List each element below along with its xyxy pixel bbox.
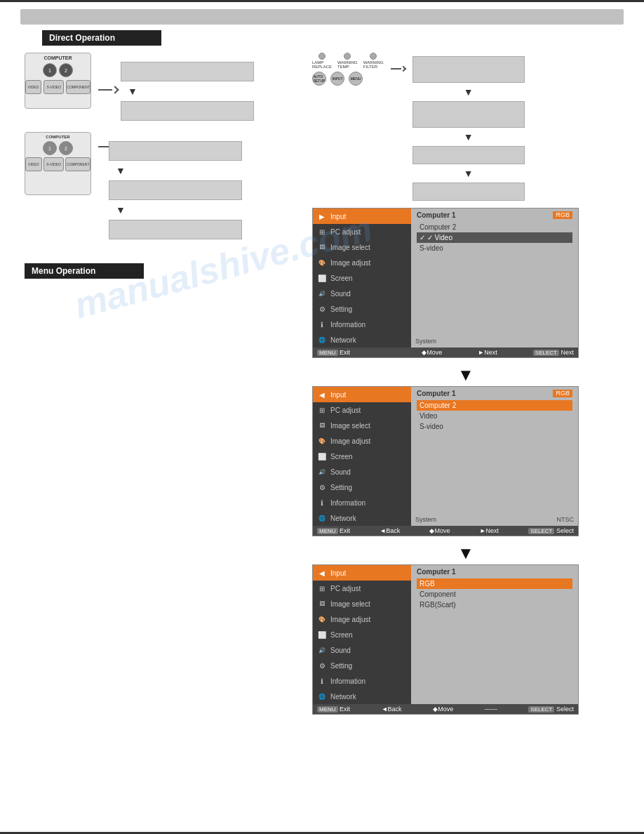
sound-icon-3: 🔊 xyxy=(317,645,327,655)
menu-item-network-2[interactable]: 🌐 Network xyxy=(313,510,411,526)
menu-option-comp2-1[interactable]: Computer 2 xyxy=(417,222,572,232)
menu-item-imageadjust-1[interactable]: 🎨 Image adjust xyxy=(313,255,411,270)
top-border xyxy=(0,0,644,2)
menu-label-imageadjust-1: Image adjust xyxy=(330,259,370,267)
left-diagrams: COMPUTER 1 2 VIDEO S-VIDEO COMPONENT xyxy=(25,53,298,720)
imageselect-icon-2: 🖼 xyxy=(317,421,327,430)
sound-icon-1: 🔊 xyxy=(317,289,327,298)
menu-right-title-3: Computer 1 xyxy=(417,568,456,576)
menu-label-imageselect-3: Image select xyxy=(330,600,370,608)
menu-option-video-1[interactable]: ✓ Video xyxy=(417,232,572,243)
footer-next-2: ►Next xyxy=(480,527,499,534)
menu-item-setting-2[interactable]: ⚙ Setting xyxy=(313,479,411,495)
input-icon-2: ◀ xyxy=(317,390,327,399)
boxes-col-2: ▼ ▼ xyxy=(109,138,242,239)
menu-item-network-1[interactable]: 🌐 Network xyxy=(313,332,411,348)
btn-2-2: 2 xyxy=(59,141,73,155)
footer-exit-1: MENU Exit xyxy=(317,349,350,356)
imageadjust-icon-2: 🎨 xyxy=(317,436,327,446)
boxes-col-1: ▼ xyxy=(121,58,254,121)
network-icon-1: 🌐 xyxy=(317,335,327,345)
menu-item-input-1[interactable]: ▶ Input xyxy=(313,208,411,224)
menu-label-input-3: Input xyxy=(330,569,346,577)
menu-option-video-2[interactable]: Video xyxy=(417,411,572,421)
imageselect-icon-1: 🖼 xyxy=(317,242,327,252)
menu-sidebar-2: ◀ Input ⊞ PC adjust 🖼 Image select xyxy=(313,387,411,526)
menu-item-setting-1[interactable]: ⚙ Setting xyxy=(313,301,411,317)
remote-panel-2: COMPUTER 1 2 VIDEO S-VIDEO COMPONENT xyxy=(25,132,91,195)
menu-panel-1: ▶ Input ⊞ PC adjust 🖼 Image select xyxy=(312,208,579,358)
rd-box-1 xyxy=(412,56,525,83)
btn-2-video: VIDEO xyxy=(25,157,42,171)
menu-right-title-2: Computer 1 xyxy=(417,390,456,397)
screen-icon-3: ⬜ xyxy=(317,630,327,640)
diagram-row-2: COMPUTER 1 2 VIDEO S-VIDEO COMPONENT xyxy=(25,132,298,239)
menu-item-sound-2[interactable]: 🔊 Sound xyxy=(313,464,411,479)
menu-right-title-1: Computer 1 xyxy=(417,211,456,219)
menu-operation-label: Menu Operation xyxy=(25,263,144,279)
menu-item-pcadjust-1[interactable]: ⊞ PC adjust xyxy=(313,224,411,239)
system-value-2: NTSC xyxy=(557,516,575,523)
menu-label-network-1: Network xyxy=(330,336,356,344)
menu-item-imageselect-3[interactable]: 🖼 Image select xyxy=(313,596,411,611)
btn-2-comp: COMPONENT xyxy=(65,157,90,171)
menu-option-component-3[interactable]: Component xyxy=(417,589,572,600)
system-row-1: System xyxy=(415,338,574,345)
menu-item-screen-2[interactable]: ⬜ Screen xyxy=(313,449,411,464)
menu-item-pcadjust-2[interactable]: ⊞ PC adjust xyxy=(313,402,411,418)
rd-box-3 xyxy=(412,146,525,164)
menu-item-setting-3[interactable]: ⚙ Setting xyxy=(313,658,411,673)
menu-label-screen-1: Screen xyxy=(330,274,353,282)
menu-label-input-1: Input xyxy=(330,213,346,220)
menu-label-sound-2: Sound xyxy=(330,468,351,476)
menu-item-info-2[interactable]: ℹ Information xyxy=(313,495,411,510)
menu-item-network-3[interactable]: 🌐 Network xyxy=(313,689,411,704)
input-icon-3: ◀ xyxy=(317,568,327,578)
menu-item-info-1[interactable]: ℹ Information xyxy=(313,317,411,332)
menu-option-rgb-3[interactable]: RGB xyxy=(417,578,572,589)
btn-2-svideo: S-VIDEO xyxy=(43,157,65,171)
menu-item-sound-1[interactable]: 🔊 Sound xyxy=(313,286,411,301)
menu-item-sound-3[interactable]: 🔊 Sound xyxy=(313,642,411,658)
flow-box-2b xyxy=(109,180,242,200)
system-row-2: System NTSC xyxy=(415,516,574,523)
menu-label-setting-2: Setting xyxy=(330,484,352,491)
warning-filter-label: WARNINGFILTER xyxy=(363,60,384,69)
menu-label-network-3: Network xyxy=(330,693,356,701)
menu-option-svideo-2[interactable]: S-video xyxy=(417,421,572,432)
footer-move-2: ◆Move xyxy=(429,527,450,534)
btn-1: 1 xyxy=(43,63,57,77)
menu-footer-3: MENU Exit ◄Back ◆Move ------ SELECT Sele… xyxy=(313,704,578,714)
menu-item-imageadjust-2[interactable]: 🎨 Image adjust xyxy=(313,433,411,449)
menu-key-1: MENU xyxy=(317,350,338,356)
menu-item-pcadjust-3[interactable]: ⊞ PC adjust xyxy=(313,581,411,596)
menu-right-3: Computer 1 RGB Component RGB(Scart) xyxy=(411,565,578,704)
menu-label-setting-1: Setting xyxy=(330,305,352,313)
menu-item-imageadjust-3[interactable]: 🎨 Image adjust xyxy=(313,611,411,627)
menu-option-rgbscart-3[interactable]: RGB(Scart) xyxy=(417,600,572,610)
info-icon-3: ℹ xyxy=(317,676,327,686)
menu-item-screen-1[interactable]: ⬜ Screen xyxy=(313,270,411,286)
menu-panels-container: ▶ Input ⊞ PC adjust 🖼 Image select xyxy=(312,208,619,720)
menu-item-screen-3[interactable]: ⬜ Screen xyxy=(313,627,411,642)
btn-video: VIDEO xyxy=(25,80,41,94)
menu-label-pcadjust-2: PC adjust xyxy=(330,406,361,414)
network-icon-3: 🌐 xyxy=(317,691,327,701)
menu-label-sound-3: Sound xyxy=(330,647,351,654)
select-key-1: SELECT xyxy=(533,350,559,356)
btn-svideo: S-VIDEO xyxy=(43,80,64,94)
menu-item-info-3[interactable]: ℹ Information xyxy=(313,673,411,689)
menu-item-imageselect-1[interactable]: 🖼 Image select xyxy=(313,239,411,255)
menu-item-imageselect-2[interactable]: 🖼 Image select xyxy=(313,418,411,433)
footer-move-3: ◆Move xyxy=(433,706,453,713)
pcadjust-icon-3: ⊞ xyxy=(317,583,327,593)
menu-item-input-3[interactable]: ◀ Input xyxy=(313,565,411,581)
arrow-2b: ▼ xyxy=(109,205,242,215)
menu-option-svideo-1[interactable]: S-video xyxy=(417,243,572,253)
system-label-1: System xyxy=(415,338,436,345)
remote-btns-1: 1 2 xyxy=(25,63,90,77)
menu-item-input-2[interactable]: ◀ Input xyxy=(313,387,411,402)
menu-option-comp2-2[interactable]: Computer 2 xyxy=(417,400,572,411)
top-right-diagram: LAMPREPLACE WARNINGTEMP WARNINGFILTER xyxy=(312,53,619,201)
panel-label-1: COMPUTER xyxy=(25,53,90,60)
